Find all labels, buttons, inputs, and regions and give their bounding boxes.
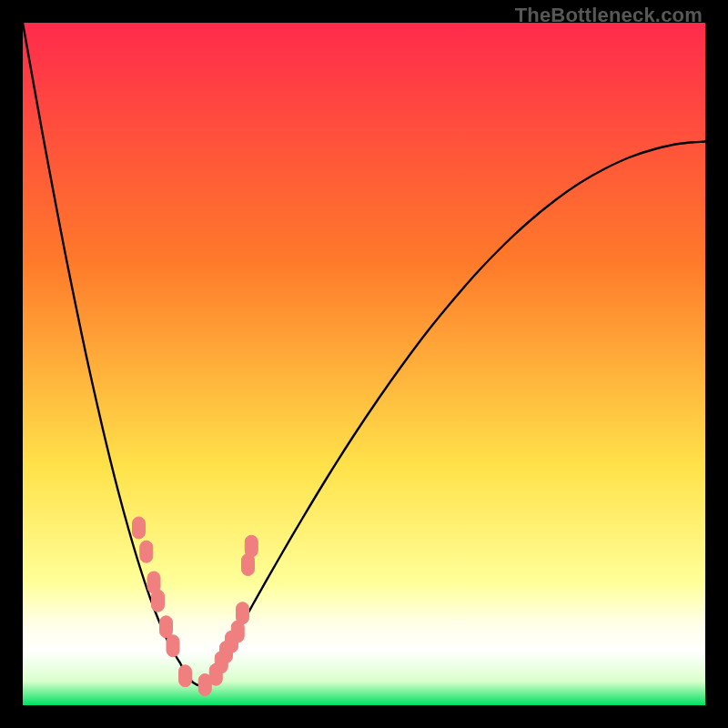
data-marker — [167, 635, 179, 657]
chart-frame: TheBottleneck.com — [0, 0, 728, 728]
data-marker — [152, 590, 165, 612]
gradient-background — [23, 23, 705, 705]
data-marker — [140, 541, 153, 562]
data-marker — [179, 665, 192, 687]
data-marker — [160, 616, 173, 638]
chart-svg — [23, 23, 705, 705]
plot-area — [23, 23, 705, 705]
data-marker — [245, 535, 258, 557]
data-marker — [133, 517, 146, 539]
data-marker — [237, 602, 249, 624]
